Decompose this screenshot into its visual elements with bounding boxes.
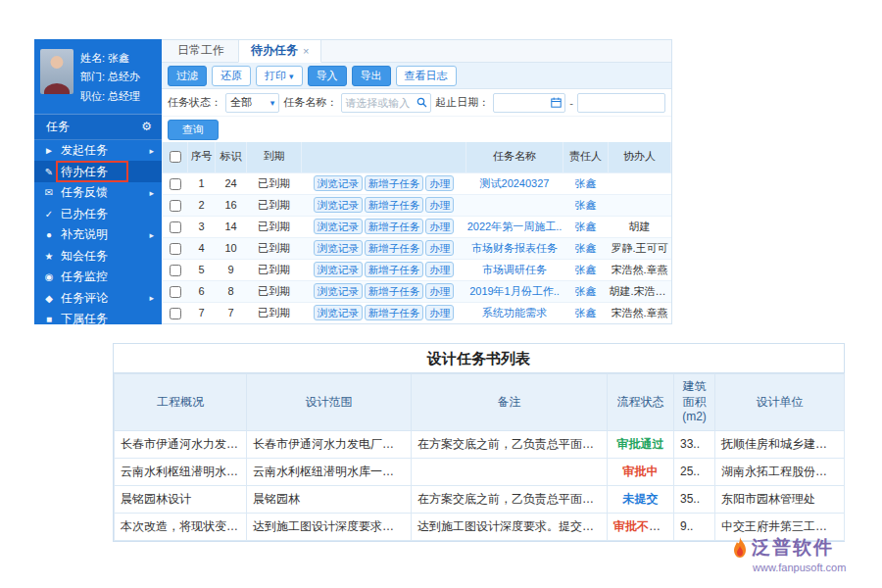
scope-cell: 达到施工图设计深度要求。提交的施.. xyxy=(247,513,412,540)
sidebar-item-done-task[interactable]: ✓ 已办任务 xyxy=(34,203,162,224)
import-button[interactable]: 导入 xyxy=(308,66,347,86)
handle-button[interactable]: 办理 xyxy=(425,262,454,278)
design-list-title: 设计任务书列表 xyxy=(114,344,844,373)
row-checkbox[interactable] xyxy=(170,265,181,276)
handle-button[interactable]: 办理 xyxy=(425,305,454,321)
browse-records-button[interactable]: 浏览记录 xyxy=(314,283,363,300)
task-name-link[interactable]: 2019年1月份工作.. xyxy=(466,280,564,302)
header-owner: 责任人 xyxy=(564,142,609,172)
end-date-input[interactable] xyxy=(581,97,662,109)
owner-link[interactable]: 张鑫 xyxy=(564,280,609,302)
owner-link[interactable]: 张鑫 xyxy=(564,172,609,194)
brand-url: www.fanpusoft.com xyxy=(753,562,868,573)
add-subtask-button[interactable]: 新增子任务 xyxy=(365,175,424,192)
start-date-input[interactable] xyxy=(497,97,551,109)
status-select[interactable]: 全部 ▾ xyxy=(225,93,279,113)
gear-icon[interactable]: ⚙ xyxy=(141,120,152,133)
view-log-button[interactable]: 查看日志 xyxy=(396,66,457,86)
unit-cell: 抚顺佳房和城乡建设局 xyxy=(715,430,845,458)
add-subtask-button[interactable]: 新增子任务 xyxy=(365,305,424,321)
task-name-link[interactable]: 市场财务报表任务 xyxy=(466,237,564,259)
row-checkbox[interactable] xyxy=(170,286,181,298)
handle-button[interactable]: 办理 xyxy=(425,197,454,214)
search-icon[interactable] xyxy=(416,97,427,108)
row-checkbox[interactable] xyxy=(170,243,181,255)
browse-records-button[interactable]: 浏览记录 xyxy=(314,240,363,257)
status-badge: 未提交 xyxy=(623,492,659,506)
restore-button[interactable]: 还原 xyxy=(212,66,251,86)
add-subtask-button[interactable]: 新增子任务 xyxy=(365,197,424,214)
row-checkbox[interactable] xyxy=(170,221,181,233)
add-subtask-button[interactable]: 新增子任务 xyxy=(365,240,424,257)
sidebar-item-notify-task[interactable]: ★ 知会任务 xyxy=(34,245,162,267)
sidebar-item-pending-task[interactable]: ✎ 待办任务 xyxy=(34,161,162,182)
select-all-checkbox[interactable] xyxy=(170,151,181,163)
browse-records-button[interactable]: 浏览记录 xyxy=(314,262,363,278)
row-checkbox[interactable] xyxy=(170,200,181,212)
owner-link[interactable]: 张鑫 xyxy=(564,194,609,216)
task-name-link[interactable]: 市场调研任务 xyxy=(466,259,564,280)
sidebar-item-task-feedback[interactable]: ✉ 任务反馈 ▸ xyxy=(34,182,162,204)
sidebar-item-subordinate-task[interactable]: ■ 下属任务 xyxy=(34,309,162,324)
folder-icon: ■ xyxy=(43,314,55,324)
task-module-window: 姓名: 张鑫 部门: 总经办 职位: 总经理 任务 ⚙ ► 发起任务 ▸ ✎ 待… xyxy=(34,39,672,324)
overview-cell: 本次改造，将现状变配电.. xyxy=(115,513,247,540)
profile-title: 职位: 总经理 xyxy=(80,87,140,106)
handle-button[interactable]: 办理 xyxy=(425,219,454,235)
status-badge: 审批通过 xyxy=(617,437,664,451)
handle-button[interactable]: 办理 xyxy=(425,240,454,257)
browse-records-button[interactable]: 浏览记录 xyxy=(314,175,363,192)
assist-cell: 罗静.王可可 xyxy=(609,237,671,259)
query-button[interactable]: 查询 xyxy=(168,120,219,140)
chevron-right-icon: ▸ xyxy=(149,188,154,198)
sidebar-section-task[interactable]: 任务 ⚙ xyxy=(34,114,162,140)
seq-cell: 3 xyxy=(188,216,216,237)
filter-button[interactable]: 过滤 xyxy=(168,66,207,86)
header-assist: 协办人 xyxy=(609,142,671,172)
filter-bar: 任务状态： 全部 ▾ 任务名称： 起止日期： - xyxy=(162,89,671,117)
export-button[interactable]: 导出 xyxy=(352,66,391,86)
browse-records-button[interactable]: 浏览记录 xyxy=(314,197,363,214)
calendar-icon[interactable] xyxy=(551,97,562,108)
area-cell: 9.. xyxy=(674,513,715,540)
task-name-link[interactable]: 测试20240327 xyxy=(466,172,564,194)
id-cell: 10 xyxy=(216,237,247,259)
sidebar-item-launch-task[interactable]: ► 发起任务 ▸ xyxy=(34,140,162,162)
sidebar-item-task-comment[interactable]: ◆ 任务评论 ▸ xyxy=(34,287,162,309)
tab-daily-work[interactable]: 日常工作 xyxy=(166,39,236,62)
add-subtask-button[interactable]: 新增子任务 xyxy=(365,262,424,278)
table-header-row: 序号 标识 到期 任务名称 责任人 协办人 xyxy=(163,142,671,172)
add-subtask-button[interactable]: 新增子任务 xyxy=(365,283,424,300)
owner-link[interactable]: 张鑫 xyxy=(564,302,609,323)
screenshot-canvas: 姓名: 张鑫 部门: 总经办 职位: 总经理 任务 ⚙ ► 发起任务 ▸ ✎ 待… xyxy=(0,0,882,588)
owner-link[interactable]: 张鑫 xyxy=(564,237,609,259)
handle-button[interactable]: 办理 xyxy=(425,175,454,192)
task-name-input[interactable] xyxy=(345,97,416,109)
sidebar-item-task-monitor[interactable]: ◉ 任务监控 xyxy=(34,267,162,288)
row-checkbox[interactable] xyxy=(170,178,181,190)
print-button[interactable]: 打印▾ xyxy=(256,66,303,86)
handle-button[interactable]: 办理 xyxy=(425,283,454,300)
browse-records-button[interactable]: 浏览记录 xyxy=(314,305,363,321)
section-title: 任务 xyxy=(46,119,70,135)
table-row: 晨铭园林设计 晨铭园林 在方案交底之前，乙负责总平面设计的报.. 未提交 35.… xyxy=(115,485,845,513)
sidebar-menu: ► 发起任务 ▸ ✎ 待办任务 ✉ 任务反馈 ▸ ✓ 已办任务 xyxy=(34,140,162,324)
browse-records-button[interactable]: 浏览记录 xyxy=(314,219,363,235)
task-name-link[interactable]: 系统功能需求 xyxy=(466,302,564,323)
profile-dept: 部门: 总经办 xyxy=(80,68,140,86)
header-name: 任务名称 xyxy=(466,142,564,172)
close-icon[interactable]: × xyxy=(303,45,309,57)
camera-icon: ◉ xyxy=(43,271,55,282)
add-subtask-button[interactable]: 新增子任务 xyxy=(365,219,424,235)
due-cell: 已到期 xyxy=(247,194,302,216)
design-tasks-table: 工程概况 设计范围 备注 流程状态 建筑面积(m2) 设计单位 长春市伊通河水力… xyxy=(114,373,845,541)
owner-link[interactable]: 张鑫 xyxy=(564,259,609,280)
task-name-link[interactable]: 2022年第一周施工.. xyxy=(466,216,564,237)
tab-pending-tasks[interactable]: 待办任务 × xyxy=(238,39,321,63)
design-task-list-panel: 设计任务书列表 工程概况 设计范围 备注 流程状态 建筑面积(m2) 设计单位 … xyxy=(113,343,845,542)
overview-cell: 晨铭园林设计 xyxy=(115,485,247,513)
sidebar-item-supplement[interactable]: ● 补充说明 ▸ xyxy=(34,224,162,246)
owner-link[interactable]: 张鑫 xyxy=(564,216,609,237)
task-name-link[interactable] xyxy=(466,194,564,216)
row-checkbox[interactable] xyxy=(170,308,181,319)
